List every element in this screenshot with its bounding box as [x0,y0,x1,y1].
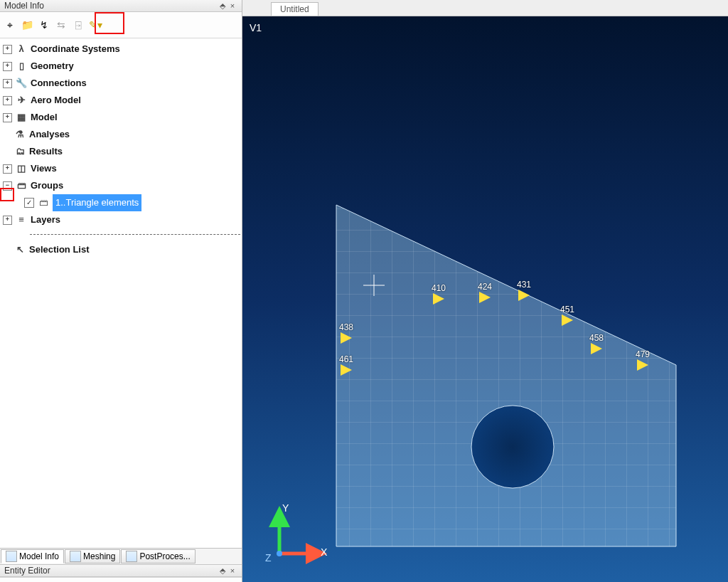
tab-label: PostProces... [139,551,190,561]
tree-aero[interactable]: +✈Aero Model [1,92,240,109]
triangle-element-icon [637,359,648,371]
tree-connections[interactable]: +🔧Connections [1,75,240,92]
element-id-label: 461 [339,354,353,364]
axis-triad: Y X Z [265,504,322,561]
tree-twisty-icon[interactable]: + [3,79,12,88]
element-id-label: 479 [636,349,650,359]
tab-icon [126,551,137,562]
triangle-element-icon [562,314,573,326]
element-id-label: 451 [560,305,574,314]
tree-type-icon: ↖ [14,244,26,255]
tree-twisty-icon[interactable]: + [3,45,12,54]
tree-twisty-icon[interactable]: + [3,62,12,71]
toolbar-btn-2[interactable]: 📁 [20,18,34,32]
tree-twisty-icon[interactable] [3,131,11,139]
element-id-label: 438 [339,322,353,332]
tree-twisty-icon[interactable]: + [3,164,12,174]
toolbar-btn-3[interactable]: ↯ [37,18,51,32]
btab-meshing[interactable]: Meshing [65,549,120,564]
tree-label: Views [31,160,57,177]
model-info-toolbar: ⌖ 📁 ↯ ⇆ ⍈ ✎▾ [0,12,242,38]
tree-twisty-icon[interactable]: + [3,96,12,105]
tree-label: 1..Triangle elements [53,194,141,211]
triangle-element-icon [433,293,444,305]
tree-type-icon: 🗃 [15,180,28,191]
entity-editor-body [0,577,242,582]
tab-icon [70,551,81,562]
tree-label: Coordinate Systems [31,41,120,58]
pin-icon[interactable]: ⬘ [218,1,228,11]
tree-type-icon: ▦ [15,112,28,123]
tree-twisty-icon[interactable]: − [3,181,12,191]
graphics-viewport[interactable]: V1 [242,16,728,582]
tree-views[interactable]: +◫Views [1,160,240,177]
tree-twisty-icon[interactable]: + [3,216,12,225]
tree-type-icon: 🔧 [15,78,28,89]
tree-type-icon: ◫ [15,163,28,174]
toolbar-btn-5[interactable]: ⍈ [71,18,85,32]
checkbox-icon[interactable]: ✓ [24,198,34,208]
tree-label: Selection List [29,241,90,258]
model-info-title-bar: Model Info ⬘ × [0,0,242,12]
element-id-label: 424 [478,282,492,292]
tree-selection[interactable]: ↖Selection List [1,241,240,258]
element-id-label: 431 [517,280,531,290]
tree-type-icon: ≡ [15,214,28,226]
tree-label: Geometry [31,58,74,75]
tree-label: Analyses [29,126,70,143]
tree-label: Results [29,143,63,160]
btab-model-info[interactable]: Model Info [1,549,64,564]
view-tab-untitled[interactable]: Untitled [271,2,318,16]
triangle-element-icon [341,332,352,344]
triangle-element-icon [479,292,491,303]
element-id-label: 458 [589,333,604,343]
pin-icon[interactable]: ⬘ [218,566,228,576]
tab-label: Model Info [19,551,59,561]
tree-groups[interactable]: −🗃Groups [1,177,240,194]
tree-separator [30,234,240,236]
triangle-element-icon [341,364,352,376]
btab-postproc[interactable]: PostProces... [121,549,195,564]
tree-type-icon: 🗂 [14,146,26,157]
model-tree[interactable]: +λCoordinate Systems+▯Geometry+🔧Connecti… [0,38,242,548]
group-icon: 🗃 [37,197,50,208]
model-info-title: Model Info [4,1,218,11]
tree-label: Groups [31,177,63,194]
tree-twisty-icon[interactable]: + [3,113,12,122]
toolbar-btn-4[interactable]: ⇆ [54,18,68,32]
tree-type-icon: ⚗ [14,129,26,140]
axis-y-label: Y [282,502,289,514]
tree-layers[interactable]: +≡Layers [1,211,240,228]
tree-label: Connections [31,75,87,92]
tree-type-icon: ▯ [15,60,28,72]
tree-type-icon: ✈ [15,95,28,106]
tree-label: Model [31,109,58,126]
entity-editor-title-bar: Entity Editor ⬘ × [0,564,242,577]
tab-label: Meshing [83,551,115,561]
tree-type-icon: λ [15,43,28,55]
tree-coord-systems[interactable]: +λCoordinate Systems [1,41,240,58]
tree-results[interactable]: 🗂Results [1,143,240,160]
tree-analyses[interactable]: ⚗Analyses [1,126,240,143]
tree-label: Aero Model [31,92,81,109]
view-tab-bar: Untitled [242,0,728,16]
tree-group-triangle[interactable]: ✓🗃1..Triangle elements [1,194,240,211]
svg-point-8 [277,551,282,556]
entity-editor-title: Entity Editor [4,566,218,576]
element-id-label: 410 [432,283,446,293]
axis-x-label: X [321,546,327,558]
axis-z-label: Z [265,552,272,564]
triangle-element-icon [518,290,530,301]
tree-geometry[interactable]: +▯Geometry [1,58,240,75]
toolbar-btn-highlight[interactable]: ✎▾ [88,18,102,32]
bottom-tab-bar: Model InfoMeshingPostProces... [0,548,242,564]
toolbar-btn-1[interactable]: ⌖ [3,18,17,32]
tree-model[interactable]: +▦Model [1,109,240,126]
close-icon[interactable]: × [228,566,237,576]
triangle-element-icon [591,343,602,354]
tab-icon [6,551,17,562]
close-icon[interactable]: × [228,1,237,11]
tree-twisty-icon[interactable] [3,246,11,254]
tree-label: Layers [31,211,60,228]
tree-twisty-icon[interactable] [3,148,11,156]
